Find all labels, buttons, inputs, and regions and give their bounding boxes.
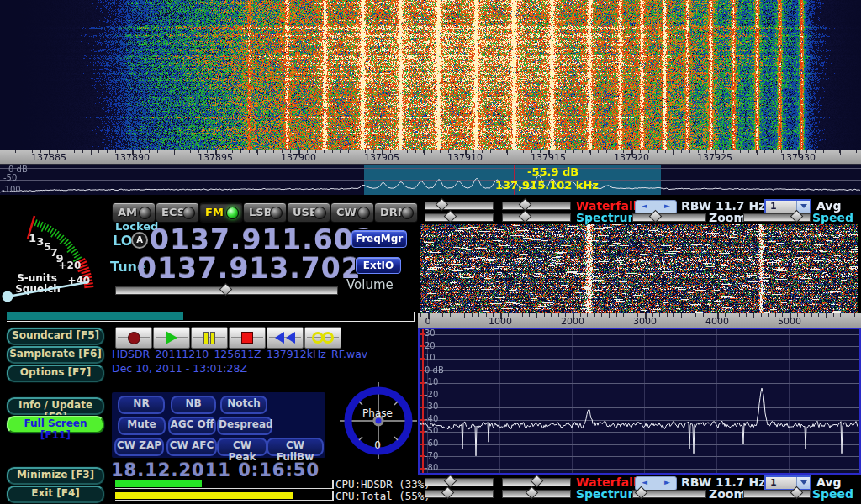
zoom-slider[interactable] bbox=[632, 490, 706, 498]
loop-ring bbox=[322, 332, 334, 344]
overview-db-label: -50 bbox=[3, 173, 17, 182]
speed-slider[interactable] bbox=[743, 213, 811, 222]
loop-button[interactable] bbox=[304, 327, 341, 349]
tune-frequency-display[interactable]: 0137.913.702 bbox=[137, 252, 362, 285]
spectrum-label: Spectrum bbox=[576, 487, 640, 501]
menu-button-samplerate-f6[interactable]: Samplerate [F6] bbox=[7, 346, 104, 364]
dsp-button-agc-off[interactable]: AGC Off bbox=[168, 417, 216, 435]
dsp-button-cw-zap[interactable]: CW ZAP bbox=[114, 438, 164, 456]
s-meter[interactable]: 13579+20+40S-unitsSquelch bbox=[0, 198, 109, 324]
waterfall-marker-tick-2 bbox=[822, 219, 824, 223]
spectrum-brightness-slider-thumb[interactable] bbox=[444, 210, 457, 223]
af-db-label: -50 bbox=[425, 426, 438, 435]
mode-button-drm[interactable]: DRM bbox=[374, 202, 418, 223]
waterfall-brightness-slider[interactable] bbox=[425, 478, 494, 486]
cpu-total-label: CPU:Total (55%) bbox=[335, 490, 430, 502]
right-arrow-icon[interactable]: ► bbox=[664, 478, 670, 486]
waterfall-contrast-slider[interactable] bbox=[502, 478, 571, 486]
waterfall-brightness-slider[interactable] bbox=[425, 202, 494, 210]
freq-scale-label: 137890 bbox=[114, 152, 150, 163]
mode-label: LSB bbox=[249, 206, 272, 218]
rewind-triangle bbox=[286, 332, 295, 344]
af-freq-scale-label: 4000 bbox=[705, 316, 729, 327]
waterfall-brightness-slider-thumb[interactable] bbox=[444, 475, 457, 488]
rewind-icon bbox=[267, 328, 303, 348]
af-db-label: -80 bbox=[425, 463, 438, 472]
freq-scale-label: 137910 bbox=[447, 152, 483, 163]
af-freq-scale-label: 2000 bbox=[561, 316, 584, 327]
spectrum-brightness-slider[interactable] bbox=[425, 490, 494, 498]
play-button[interactable] bbox=[153, 327, 190, 349]
menu-button-exit-f4[interactable]: Exit [F4] bbox=[7, 486, 104, 503]
mode-button-ecss[interactable]: ECSS bbox=[156, 202, 199, 223]
af-db-label: -10 bbox=[425, 377, 438, 386]
freq-scale-label: 137895 bbox=[198, 152, 233, 163]
zoom-slider[interactable] bbox=[632, 213, 706, 222]
dsp-button-cw-fullbw[interactable]: CW FullBw bbox=[267, 438, 324, 456]
mode-button-lsb[interactable]: LSB bbox=[243, 202, 287, 223]
recording-date: Dec 10, 2011 - 13:01:28Z bbox=[112, 362, 247, 375]
mode-button-usb[interactable]: USB bbox=[287, 202, 330, 223]
main-waterfall-display[interactable] bbox=[0, 0, 861, 150]
mode-button-cw[interactable]: CW bbox=[330, 202, 374, 223]
cpu-hdsdr-fill bbox=[115, 480, 202, 487]
left-arrow-icon[interactable]: ◄ bbox=[642, 202, 647, 210]
left-arrow-icon[interactable]: ◄ bbox=[642, 478, 647, 486]
spectrum-contrast-slider[interactable] bbox=[502, 213, 571, 222]
loop-icon bbox=[305, 328, 341, 348]
avg-dropdown[interactable]: 1 bbox=[764, 199, 811, 214]
s-units-label: S-units bbox=[17, 272, 57, 284]
pause-button[interactable] bbox=[191, 327, 228, 349]
dsp-button-cw-peak[interactable]: CW Peak bbox=[217, 438, 267, 456]
dsp-button-notch[interactable]: Notch bbox=[220, 396, 267, 414]
overview-spectrum-display[interactable] bbox=[0, 165, 861, 195]
cursor-frequency-readout: 137,915.102 kHz bbox=[495, 179, 599, 192]
volume-slider-thumb[interactable] bbox=[219, 283, 233, 297]
af-waterfall-display[interactable] bbox=[420, 224, 858, 313]
pause-bar bbox=[210, 332, 215, 344]
af-db-label: -60 bbox=[425, 438, 438, 448]
lo-label: LO bbox=[113, 233, 132, 249]
stop-button[interactable] bbox=[229, 327, 266, 349]
cpu-total-bar bbox=[115, 491, 334, 501]
af-db-label: 30 bbox=[425, 328, 436, 338]
squelch-knob[interactable] bbox=[3, 291, 13, 302]
dsp-button-nr[interactable]: NR bbox=[118, 396, 165, 414]
dsp-button-mute[interactable]: Mute bbox=[118, 417, 166, 435]
lo-lock-button[interactable]: A bbox=[131, 232, 148, 249]
s-meter-gauge[interactable]: 13579+20+40S-unitsSquelch bbox=[0, 198, 109, 324]
waterfall-brightness-slider-thumb[interactable] bbox=[436, 198, 449, 212]
mode-led-cw bbox=[357, 207, 370, 219]
waterfall-contrast-slider[interactable] bbox=[502, 202, 571, 210]
extio-button[interactable]: ExtIO bbox=[356, 257, 401, 274]
rewind-button[interactable] bbox=[267, 327, 304, 349]
spectrum-contrast-slider-thumb[interactable] bbox=[526, 486, 539, 500]
spectrum-contrast-slider[interactable] bbox=[502, 490, 571, 498]
spectrum-brightness-slider-thumb[interactable] bbox=[441, 486, 455, 500]
menu-button-info-update-f9[interactable]: Info / Update [F9] bbox=[7, 397, 104, 415]
freqmgr-button[interactable]: FreqMgr bbox=[351, 230, 407, 248]
volume-slider[interactable] bbox=[115, 286, 338, 295]
record-button[interactable] bbox=[115, 327, 152, 349]
speed-slider[interactable] bbox=[743, 490, 811, 498]
menu-button-soundcard-f5[interactable]: Soundcard [F5] bbox=[7, 328, 104, 345]
speed-label: Speed bbox=[812, 487, 853, 501]
waterfall-contrast-slider-thumb[interactable] bbox=[531, 475, 544, 488]
speed-label: Speed bbox=[812, 211, 853, 224]
right-arrow-icon[interactable]: ► bbox=[664, 202, 670, 210]
spectrum-contrast-slider-thumb[interactable] bbox=[519, 210, 532, 223]
menu-button-full-screen-f11[interactable]: Full Screen [F11] bbox=[7, 416, 104, 433]
mode-button-fm[interactable]: FM bbox=[199, 202, 243, 223]
spectrum-brightness-slider[interactable] bbox=[425, 213, 494, 222]
recording-filename: HDSDR_20111210_125611Z_137912kHz_RF.wav bbox=[112, 348, 367, 360]
zoom-label: Zoom bbox=[709, 211, 746, 224]
dsp-button-nb[interactable]: NB bbox=[171, 396, 216, 414]
af-spectrum-display[interactable] bbox=[420, 329, 859, 473]
dsp-button-cw-afc[interactable]: CW AFC bbox=[166, 438, 217, 456]
cpu-total-fill bbox=[115, 492, 293, 499]
menu-button-minimize-f3[interactable]: Minimize [F3] bbox=[7, 467, 104, 485]
play-triangle bbox=[166, 331, 177, 344]
menu-button-options-f7[interactable]: Options [F7] bbox=[7, 365, 104, 382]
dsp-button-despread[interactable]: Despread bbox=[217, 417, 272, 435]
avg-dropdown[interactable]: 1 bbox=[764, 475, 811, 491]
